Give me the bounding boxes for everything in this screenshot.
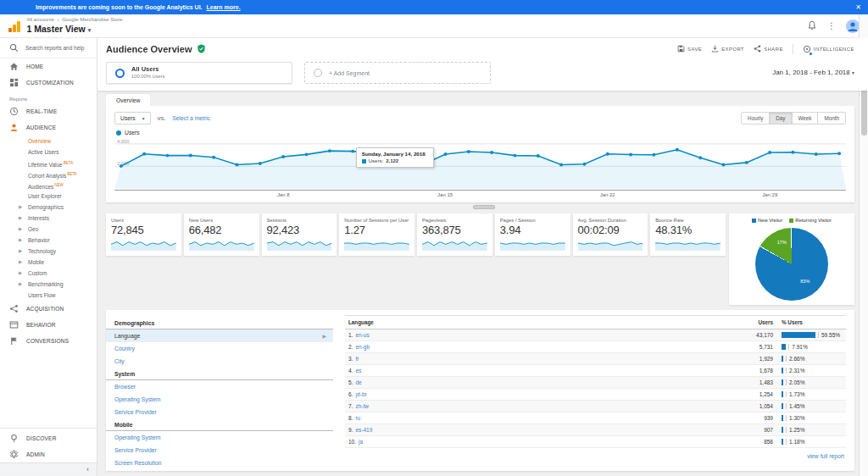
granularity-month-button[interactable]: Month: [818, 112, 846, 125]
learn-more-link[interactable]: Learn more.: [207, 4, 241, 10]
language-link[interactable]: es: [355, 368, 361, 374]
tab-overview[interactable]: Overview: [106, 94, 150, 106]
save-button[interactable]: SAVE: [677, 45, 702, 53]
dimension-link-browser[interactable]: Browser: [106, 380, 333, 393]
metric-card-bounce-rate[interactable]: Bounce Rate48.31%: [650, 213, 726, 256]
sidebar-item-conversions[interactable]: CONVERSIONS: [0, 333, 97, 349]
horizontal-scrollbar-thumb[interactable]: [473, 205, 495, 209]
account-avatar[interactable]: [846, 19, 860, 33]
metric-dropdown[interactable]: Users ▾: [114, 112, 151, 125]
sidebar-subitem-mobile[interactable]: ▶Mobile: [0, 257, 97, 268]
metric-sparkline: [189, 238, 254, 251]
date-range-selector[interactable]: Jan 1, 2018 - Feb 1, 2018 ▾: [772, 62, 854, 76]
sidebar-item-home[interactable]: HOME: [0, 58, 97, 75]
dimension-section-mobile: Mobile: [106, 418, 333, 431]
dimension-link-country[interactable]: Country: [106, 342, 333, 355]
sidebar-subitem-custom[interactable]: ▶Custom: [0, 268, 97, 279]
metric-value: 72,845: [111, 224, 176, 236]
select-metric-link[interactable]: Select a metric: [172, 115, 210, 121]
row-users: 907: [714, 427, 773, 433]
row-rank: 7.: [348, 403, 353, 409]
metric-card-number-of-sessions-per-user[interactable]: Number of Sessions per User1.27: [339, 213, 415, 256]
percent-bar: [782, 439, 783, 445]
dimension-link-operating-system[interactable]: Operating System: [106, 431, 333, 444]
granularity-day-button[interactable]: Day: [770, 112, 792, 125]
metric-card-sessions[interactable]: Sessions92,423: [262, 213, 337, 256]
sidebar-subitem-interests[interactable]: ▶Interests: [0, 213, 97, 224]
language-link[interactable]: fr: [355, 356, 359, 362]
close-icon[interactable]: ✕: [855, 0, 861, 14]
sidebar-subitem-technology[interactable]: ▶Technology: [0, 246, 97, 257]
sidebar-subitem-users-flow[interactable]: Users Flow: [0, 290, 97, 301]
column-header-percent-users[interactable]: % Users: [773, 319, 846, 325]
notifications-bell-icon[interactable]: [807, 19, 817, 34]
metric-sparkline: [655, 238, 721, 251]
language-link[interactable]: pt-br: [355, 391, 366, 397]
sidebar-subitem-active-users[interactable]: Active Users: [0, 147, 97, 158]
dimension-link-operating-system[interactable]: Operating System: [106, 393, 333, 406]
share-button[interactable]: SHARE: [754, 45, 783, 53]
intelligence-icon: [803, 45, 811, 54]
metric-sparkline: [422, 238, 487, 251]
language-link[interactable]: ru: [355, 415, 360, 421]
add-segment-button[interactable]: + Add Segment: [304, 62, 491, 84]
sidebar-subitem-overview[interactable]: Overview: [0, 136, 97, 147]
users-timeseries-chart[interactable]: 4,000 2,000 Sunday, January 14, 2018 Use…: [114, 137, 846, 190]
dimension-link-service-provider[interactable]: Service Provider: [106, 406, 333, 418]
sidebar-subitem-audiences[interactable]: AudiencesNEW: [0, 180, 97, 191]
dimension-link-service-provider[interactable]: Service Provider: [106, 444, 333, 457]
sidebar-subitem-demographics[interactable]: ▶Demographics: [0, 202, 97, 213]
sidebar-item-discover[interactable]: DISCOVER: [0, 430, 97, 446]
row-rank: 10.: [348, 439, 356, 445]
sidebar-item-audience[interactable]: AUDIENCE: [0, 119, 97, 136]
dimension-link-city[interactable]: City: [106, 355, 333, 368]
sidebar-subitem-user-explorer[interactable]: User Explorer: [0, 191, 97, 202]
breadcrumb-account[interactable]: Google Merchandise Store: [62, 17, 122, 22]
metric-card-avg-session-duration[interactable]: Avg. Session Duration00:02:09: [573, 213, 648, 256]
sidebar-item-real-time[interactable]: REAL-TIME: [0, 103, 97, 119]
dimension-link-screen-resolution[interactable]: Screen Resolution: [106, 457, 333, 469]
row-percent: 2.05%: [786, 379, 804, 385]
metric-card-pageviews[interactable]: Pageviews363,875: [417, 213, 492, 256]
visitor-type-pie-chart[interactable]: [755, 228, 828, 301]
sidebar-subitem-lifetime-value[interactable]: Lifetime ValueBETA: [0, 158, 97, 169]
language-link[interactable]: ja: [359, 439, 363, 445]
language-link[interactable]: zh-tw: [355, 403, 369, 409]
column-header-users[interactable]: Users: [714, 319, 773, 325]
table-row-fr: 3.fr1,9292.66%: [345, 353, 846, 365]
sidebar-subitem-geo[interactable]: ▶Geo: [0, 224, 97, 235]
row-users: 1,054: [714, 403, 773, 409]
sidebar-subitem-behavior[interactable]: ▶Behavior: [0, 235, 97, 246]
metric-card-pages-session[interactable]: Pages / Session3.94: [495, 213, 570, 256]
dimension-link-language[interactable]: Language▶: [106, 329, 333, 342]
sidebar-item-behavior[interactable]: BEHAVIOR: [0, 317, 97, 333]
dimension-label: Country: [114, 346, 135, 351]
sidebar-collapse-button[interactable]: ‹: [0, 462, 97, 476]
metric-card-users[interactable]: Users72,845: [106, 213, 181, 256]
breadcrumb-all-accounts[interactable]: All accounts: [27, 17, 54, 22]
google-analytics-logo-icon[interactable]: [8, 20, 20, 32]
language-link[interactable]: de: [355, 379, 361, 385]
row-percent: 2.66%: [786, 356, 804, 362]
export-button[interactable]: EXPORT: [711, 45, 744, 53]
language-link[interactable]: en-gb: [355, 344, 370, 350]
sidebar-item-admin[interactable]: ADMIN: [0, 446, 97, 462]
column-header-language[interactable]: Language: [345, 319, 714, 325]
view-full-report-link[interactable]: view full report: [807, 453, 844, 459]
sidebar-item-customization[interactable]: CUSTOMIZATION: [0, 75, 97, 91]
language-link[interactable]: en-us: [355, 332, 369, 338]
granularity-week-button[interactable]: Week: [793, 112, 819, 125]
row-percent: 1.30%: [786, 415, 804, 421]
granularity-hourly-button[interactable]: Hourly: [741, 112, 770, 125]
intelligence-button[interactable]: INTELLIGENCE: [803, 45, 854, 54]
sidebar-item-acquisition[interactable]: ACQUISITION: [0, 301, 97, 317]
row-percent: 7.91%: [788, 344, 807, 350]
sidebar-subitem-cohort-analysis[interactable]: Cohort AnalysisBETA: [0, 169, 97, 180]
search-input[interactable]: Search reports and help: [0, 38, 97, 58]
sidebar-subitem-benchmarking[interactable]: ▶Benchmarking: [0, 279, 97, 290]
segment-all-users[interactable]: All Users 100.00% Users: [106, 62, 292, 84]
language-link[interactable]: es-419: [355, 427, 372, 433]
metric-card-new-users[interactable]: New Users66,482: [184, 213, 259, 256]
more-options-kebab-icon[interactable]: ⋮: [827, 21, 836, 30]
view-selector[interactable]: 1 Master View ▾: [27, 24, 123, 36]
